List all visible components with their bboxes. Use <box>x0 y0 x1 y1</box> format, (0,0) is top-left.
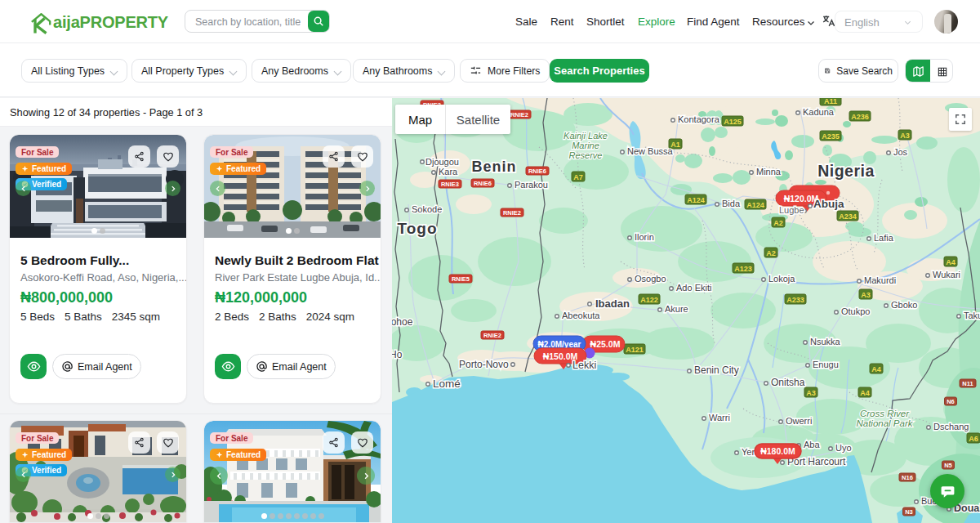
svg-text:A6: A6 <box>969 435 978 443</box>
svg-text:N5: N5 <box>944 462 952 469</box>
svg-text:RNIE6: RNIE6 <box>528 168 546 175</box>
svg-text:Warri: Warri <box>709 413 730 422</box>
svg-text:Lomé: Lomé <box>433 378 461 390</box>
svg-text:Ilorin: Ilorin <box>635 232 654 242</box>
svg-text:RNIE2: RNIE2 <box>483 332 501 339</box>
svg-text:A122: A122 <box>640 296 658 304</box>
svg-text:Enugu: Enugu <box>813 360 839 369</box>
svg-text:A2: A2 <box>773 219 783 227</box>
svg-text:Onitsha: Onitsha <box>771 377 805 388</box>
svg-text:National Park: National Park <box>856 418 913 428</box>
svg-text:N3: N3 <box>905 508 913 516</box>
svg-text:RNIE2: RNIE2 <box>510 111 528 118</box>
svg-text:Benin City: Benin City <box>694 364 739 376</box>
svg-text:Kaduna: Kaduna <box>803 107 835 117</box>
svg-text:RNIE6: RNIE6 <box>474 180 492 187</box>
svg-text:Kainji Lake: Kainji Lake <box>564 131 608 141</box>
svg-text:Togo: Togo <box>397 220 437 237</box>
svg-text:Uyo: Uyo <box>835 443 852 453</box>
svg-text:Ado Ekiti: Ado Ekiti <box>676 283 711 293</box>
svg-text:Sokode: Sokode <box>412 204 442 214</box>
svg-text:RNIE5: RNIE5 <box>452 275 470 283</box>
svg-text:Lokoja: Lokoja <box>768 274 795 284</box>
svg-text:₦2.0M/year: ₦2.0M/year <box>538 340 581 349</box>
svg-text:lohoe: lohoe <box>392 316 413 328</box>
svg-text:A3: A3 <box>900 132 910 140</box>
svg-text:A123: A123 <box>734 265 752 273</box>
svg-text:A124: A124 <box>746 201 764 209</box>
svg-text:Dschang: Dschang <box>933 422 969 431</box>
svg-text:Makurdi: Makurdi <box>864 275 896 285</box>
svg-text:₦180.0M: ₦180.0M <box>760 446 795 456</box>
svg-text:N16: N16 <box>902 474 913 481</box>
svg-text:Taku: Taku <box>964 311 980 320</box>
svg-text:Abeokuta: Abeokuta <box>562 311 600 320</box>
svg-text:N11: N11 <box>962 380 973 387</box>
svg-text:A125: A125 <box>724 118 742 126</box>
svg-text:A234: A234 <box>839 212 857 221</box>
svg-text:A11: A11 <box>824 98 837 105</box>
svg-text:Ho: Ho <box>392 349 403 360</box>
svg-text:Porto-Novo: Porto-Novo <box>459 359 509 370</box>
svg-text:Owerri: Owerri <box>786 416 812 426</box>
svg-text:Lugbe: Lugbe <box>779 205 804 215</box>
svg-text:A3: A3 <box>806 389 816 397</box>
svg-text:New Bussa: New Bussa <box>627 146 674 156</box>
svg-text:₦25.0M: ₦25.0M <box>590 339 621 349</box>
svg-text:A3: A3 <box>861 291 871 299</box>
svg-text:A121: A121 <box>626 346 644 354</box>
svg-text:Minna: Minna <box>756 167 782 177</box>
svg-text:A235: A235 <box>822 132 840 141</box>
svg-text:Ibadan: Ibadan <box>595 297 630 310</box>
svg-text:Nigeria: Nigeria <box>817 162 875 180</box>
svg-text:Otukpo: Otukpo <box>841 306 870 316</box>
svg-text:Jos: Jos <box>893 147 908 157</box>
svg-text:Bida: Bida <box>722 199 741 208</box>
svg-text:N6: N6 <box>947 398 955 405</box>
svg-text:Lafia: Lafia <box>874 233 894 243</box>
svg-text:Cross River: Cross River <box>860 409 910 418</box>
svg-text:Marine: Marine <box>572 141 599 150</box>
svg-text:Lekki: Lekki <box>572 360 596 371</box>
svg-text:RNIE2: RNIE2 <box>503 209 521 217</box>
svg-text:A4: A4 <box>860 389 870 397</box>
svg-text:Wukari: Wukari <box>933 270 960 279</box>
svg-text:Nsukka: Nsukka <box>810 337 841 346</box>
svg-text:A7: A7 <box>573 173 583 181</box>
svg-text:Gboko: Gboko <box>891 300 917 310</box>
svg-text:RNIE3: RNIE3 <box>441 181 459 188</box>
svg-text:A4: A4 <box>871 365 881 373</box>
svg-text:Akure: Akure <box>665 304 688 314</box>
svg-text:A124: A124 <box>687 196 705 204</box>
svg-text:A4: A4 <box>946 258 956 266</box>
svg-text:Abuja: Abuja <box>813 198 844 210</box>
svg-text:A233: A233 <box>786 296 804 304</box>
svg-text:A2: A2 <box>766 249 776 257</box>
svg-text:Benin: Benin <box>471 159 516 175</box>
svg-text:Kontagora: Kontagora <box>678 114 720 124</box>
svg-text:Reserve: Reserve <box>569 150 603 160</box>
svg-text:A236: A236 <box>851 113 869 121</box>
svg-text:Parakou: Parakou <box>514 180 548 190</box>
svg-text:Osogbo: Osogbo <box>635 274 666 284</box>
svg-text:Aba: Aba <box>804 440 820 449</box>
svg-text:Djougou: Djougou <box>425 157 459 167</box>
svg-text:Kara: Kara <box>439 167 458 177</box>
